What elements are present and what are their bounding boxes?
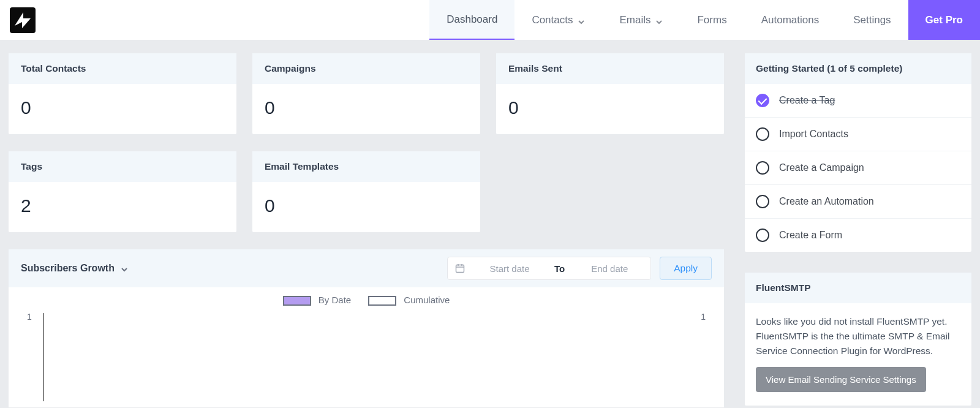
growth-title[interactable]: Subscribers Growth bbox=[21, 263, 128, 274]
nav-dashboard[interactable]: Dashboard bbox=[429, 0, 514, 40]
card-title: Total Contacts bbox=[9, 53, 236, 84]
legend-swatch-bydate bbox=[283, 296, 311, 306]
legend-swatch-cumulative bbox=[368, 296, 396, 306]
date-range-to: To bbox=[554, 263, 565, 274]
legend-by-date[interactable]: By Date bbox=[283, 295, 352, 306]
main-nav: Dashboard Contacts Emails Forms Automati… bbox=[429, 0, 980, 40]
get-pro-label: Get Pro bbox=[925, 14, 963, 26]
nav-label: Contacts bbox=[532, 14, 573, 26]
y-axis-left-tick: 1 bbox=[27, 312, 32, 322]
checklist-label: Create a Campaign bbox=[779, 162, 864, 173]
legend-label: Cumulative bbox=[404, 295, 450, 305]
fluentsmtp-heading: FluentSMTP bbox=[745, 273, 971, 303]
fluentsmtp-panel: FluentSMTP Looks like you did not instal… bbox=[745, 273, 971, 406]
stat-card-tags[interactable]: Tags 2 bbox=[9, 151, 236, 232]
end-date-placeholder: End date bbox=[576, 263, 643, 274]
check-circle-icon bbox=[756, 195, 769, 208]
main-wrap: Total Contacts 0 Campaigns 0 Emails Sent… bbox=[0, 40, 980, 407]
right-column: Getting Started (1 of 5 complete) Create… bbox=[745, 53, 971, 407]
calendar-icon bbox=[455, 263, 465, 273]
stat-card-emails-sent[interactable]: Emails Sent 0 bbox=[496, 53, 724, 134]
card-title: Email Templates bbox=[252, 151, 480, 182]
getting-started-list: Create a Tag Import Contacts Create a Ca… bbox=[745, 84, 971, 252]
stats-row-2: Tags 2 Email Templates 0 bbox=[9, 151, 724, 232]
view-smtp-settings-button[interactable]: View Email Sending Service Settings bbox=[756, 367, 926, 392]
app-logo[interactable] bbox=[10, 7, 36, 33]
checklist-item-create-tag[interactable]: Create a Tag bbox=[745, 84, 971, 117]
check-circle-icon bbox=[756, 229, 769, 242]
stats-row-1: Total Contacts 0 Campaigns 0 Emails Sent… bbox=[9, 53, 724, 134]
start-date-placeholder: Start date bbox=[476, 263, 543, 274]
legend-cumulative[interactable]: Cumulative bbox=[368, 295, 450, 306]
left-column: Total Contacts 0 Campaigns 0 Emails Sent… bbox=[9, 53, 724, 407]
growth-title-label: Subscribers Growth bbox=[21, 263, 115, 274]
nav-automations[interactable]: Automations bbox=[744, 0, 837, 40]
growth-chart: 1 1 bbox=[9, 309, 724, 407]
nav-label: Automations bbox=[761, 14, 820, 26]
fluentsmtp-body: Looks like you did not install FluentSMT… bbox=[745, 303, 971, 406]
card-value: 0 bbox=[496, 84, 724, 134]
chevron-down-icon bbox=[578, 17, 585, 24]
checklist-item-create-campaign[interactable]: Create a Campaign bbox=[745, 151, 971, 184]
nav-label: Emails bbox=[619, 14, 650, 26]
get-pro-button[interactable]: Get Pro bbox=[908, 0, 980, 40]
card-value: 0 bbox=[9, 84, 236, 134]
checklist-label: Create a Form bbox=[779, 230, 842, 241]
nav-settings[interactable]: Settings bbox=[836, 0, 908, 40]
getting-started-heading: Getting Started (1 of 5 complete) bbox=[745, 53, 971, 84]
apply-button[interactable]: Apply bbox=[660, 257, 712, 280]
checklist-label: Create an Automation bbox=[779, 196, 874, 207]
card-value: 0 bbox=[252, 182, 480, 232]
growth-panel: Subscribers Growth Start date To End dat… bbox=[9, 249, 724, 407]
fluentsmtp-text: Looks like you did not install FluentSMT… bbox=[756, 314, 960, 358]
chart-legend: By Date Cumulative bbox=[9, 287, 724, 309]
card-value: 2 bbox=[9, 182, 236, 232]
checklist-label: Import Contacts bbox=[779, 129, 848, 140]
checklist-item-create-form[interactable]: Create a Form bbox=[745, 218, 971, 252]
legend-label: By Date bbox=[318, 295, 351, 305]
apply-label: Apply bbox=[674, 263, 698, 273]
checklist-item-import-contacts[interactable]: Import Contacts bbox=[745, 117, 971, 151]
card-value: 0 bbox=[252, 84, 480, 134]
stat-card-email-templates[interactable]: Email Templates 0 bbox=[252, 151, 480, 232]
svg-rect-0 bbox=[456, 265, 464, 273]
stat-card-total-contacts[interactable]: Total Contacts 0 bbox=[9, 53, 236, 134]
stat-card-campaigns[interactable]: Campaigns 0 bbox=[252, 53, 480, 134]
chevron-down-icon bbox=[121, 265, 128, 272]
checklist-label: Create a Tag bbox=[779, 95, 835, 106]
getting-started-panel: Getting Started (1 of 5 complete) Create… bbox=[745, 53, 971, 252]
check-circle-icon bbox=[756, 94, 769, 107]
card-title: Tags bbox=[9, 151, 236, 182]
nav-label: Forms bbox=[697, 14, 726, 26]
nav-emails[interactable]: Emails bbox=[602, 0, 680, 40]
nav-label: Dashboard bbox=[447, 13, 497, 26]
nav-contacts[interactable]: Contacts bbox=[514, 0, 602, 40]
card-title: Campaigns bbox=[252, 53, 480, 84]
check-circle-icon bbox=[756, 127, 769, 141]
check-circle-icon bbox=[756, 161, 769, 175]
y-axis-right-tick: 1 bbox=[701, 312, 706, 322]
growth-toolbar: Subscribers Growth Start date To End dat… bbox=[9, 249, 724, 287]
nav-forms[interactable]: Forms bbox=[680, 0, 744, 40]
nav-label: Settings bbox=[853, 14, 891, 26]
smtp-button-label: View Email Sending Service Settings bbox=[766, 374, 916, 385]
y-axis-line bbox=[43, 313, 43, 401]
date-range-picker[interactable]: Start date To End date bbox=[447, 257, 651, 280]
checklist-item-create-automation[interactable]: Create an Automation bbox=[745, 184, 971, 218]
topbar: Dashboard Contacts Emails Forms Automati… bbox=[0, 0, 980, 40]
chevron-down-icon bbox=[655, 17, 663, 24]
card-title: Emails Sent bbox=[496, 53, 724, 84]
